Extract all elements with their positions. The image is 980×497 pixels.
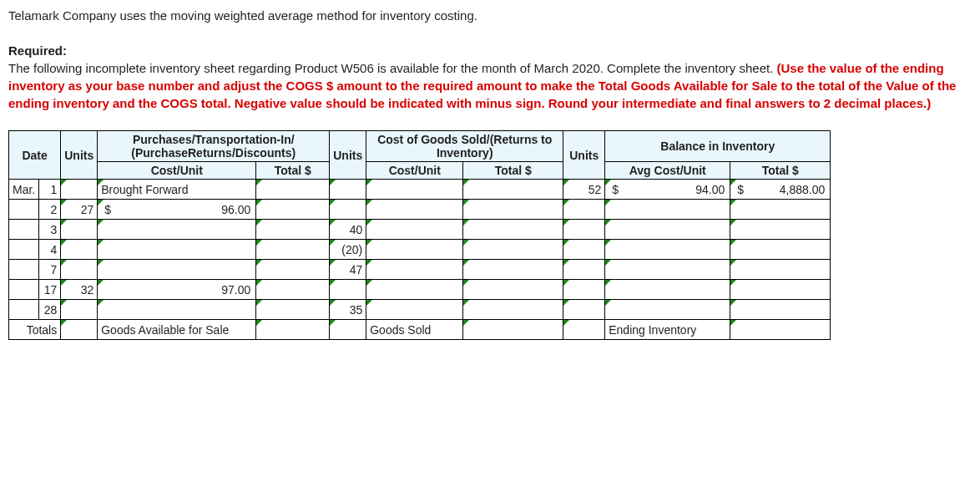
b-total-input[interactable]	[730, 280, 831, 300]
p-units-input[interactable]	[61, 220, 98, 240]
p-total-input[interactable]	[256, 300, 330, 320]
p-costunit-input[interactable]: Brought Forward	[98, 180, 256, 200]
c-units-input[interactable]: 47	[330, 260, 366, 280]
totals-label: Totals	[9, 320, 61, 340]
c-costunit-input[interactable]	[366, 300, 463, 320]
day-cell: 4	[39, 240, 61, 260]
day-cell: 17	[39, 280, 61, 300]
p-costunit-input[interactable]	[98, 260, 256, 280]
hdr-p-group: Purchases/Transportation-In/ (PurchaseRe…	[98, 131, 330, 162]
p-costunit-input[interactable]: 97.00	[98, 280, 256, 300]
c-units-input[interactable]	[330, 280, 366, 300]
c-costunit-input[interactable]	[366, 220, 463, 240]
b-total-input[interactable]	[730, 260, 831, 280]
b-total-input[interactable]	[730, 300, 831, 320]
b-costunit-input[interactable]	[605, 260, 730, 280]
c-total-label: Goods Sold	[366, 320, 463, 340]
p-total-input[interactable]	[256, 260, 330, 280]
p-units-input[interactable]: 27	[61, 200, 98, 220]
table-row: 340	[9, 220, 831, 240]
c-units-input[interactable]: (20)	[330, 240, 366, 260]
b-units-input[interactable]	[563, 280, 605, 300]
b-costunit-input[interactable]	[605, 200, 730, 220]
c-total-total[interactable]	[463, 320, 563, 340]
b-units-input[interactable]	[563, 240, 605, 260]
p-total-input[interactable]	[256, 220, 330, 240]
c-units-input[interactable]: 40	[330, 220, 366, 240]
p-total-total[interactable]	[256, 320, 330, 340]
table-row: 227$96.00	[9, 200, 831, 220]
month-cell	[9, 240, 39, 260]
b-costunit-input[interactable]: $94.00	[605, 180, 730, 200]
p-total-input[interactable]	[256, 280, 330, 300]
hdr-c-units: Units	[330, 131, 366, 180]
p-units-input[interactable]: 32	[61, 280, 98, 300]
b-total-input[interactable]: $4,888.00	[730, 180, 831, 200]
table-row: 4(20)	[9, 240, 831, 260]
p-total-input[interactable]	[256, 200, 330, 220]
table-row: 2835	[9, 300, 831, 320]
c-total-input[interactable]	[463, 260, 563, 280]
b-units-input[interactable]	[563, 260, 605, 280]
month-cell: Mar.	[9, 180, 39, 200]
p-total-label: Goods Available for Sale	[98, 320, 256, 340]
totals-row: TotalsGoods Available for SaleGoods Sold…	[9, 320, 831, 340]
month-cell	[9, 200, 39, 220]
c-total-input[interactable]	[463, 240, 563, 260]
c-costunit-input[interactable]	[366, 180, 463, 200]
b-units-total[interactable]	[563, 320, 605, 340]
b-costunit-input[interactable]	[605, 220, 730, 240]
b-costunit-input[interactable]	[605, 280, 730, 300]
p-units-input[interactable]	[61, 260, 98, 280]
c-total-input[interactable]	[463, 180, 563, 200]
b-costunit-input[interactable]	[605, 240, 730, 260]
p-total-input[interactable]	[256, 180, 330, 200]
b-total-input[interactable]	[730, 220, 831, 240]
c-total-input[interactable]	[463, 300, 563, 320]
hdr-p-tot: Total $	[256, 162, 330, 180]
b-total-label: Ending Inventory	[605, 320, 730, 340]
c-units-total[interactable]	[330, 320, 366, 340]
b-total-total[interactable]	[730, 320, 831, 340]
month-cell	[9, 300, 39, 320]
b-costunit-input[interactable]	[605, 300, 730, 320]
b-units-input[interactable]: 52	[563, 180, 605, 200]
c-costunit-input[interactable]	[366, 260, 463, 280]
p-units-input[interactable]	[61, 300, 98, 320]
p-total-input[interactable]	[256, 240, 330, 260]
p-costunit-input[interactable]	[98, 240, 256, 260]
c-total-input[interactable]	[463, 220, 563, 240]
c-total-input[interactable]	[463, 280, 563, 300]
table-row: 173297.00	[9, 280, 831, 300]
b-total-input[interactable]	[730, 200, 831, 220]
b-total-input[interactable]	[730, 240, 831, 260]
intro-text: Telamark Company uses the moving weighte…	[8, 7, 972, 112]
day-cell: 2	[39, 200, 61, 220]
c-costunit-input[interactable]	[366, 280, 463, 300]
c-costunit-input[interactable]	[366, 240, 463, 260]
p-costunit-input[interactable]: $96.00	[98, 200, 256, 220]
c-units-input[interactable]	[330, 200, 366, 220]
month-cell	[9, 260, 39, 280]
hdr-b-tot: Total $	[730, 162, 831, 180]
c-units-input[interactable]: 35	[330, 300, 366, 320]
c-costunit-input[interactable]	[366, 200, 463, 220]
c-units-input[interactable]	[330, 180, 366, 200]
month-cell	[9, 220, 39, 240]
hdr-date: Date	[9, 131, 61, 180]
p-units-input[interactable]	[61, 240, 98, 260]
p-costunit-input[interactable]	[98, 220, 256, 240]
b-units-input[interactable]	[563, 220, 605, 240]
b-units-input[interactable]	[563, 300, 605, 320]
hdr-b-units: Units	[563, 131, 605, 180]
intro-line1: Telamark Company uses the moving weighte…	[8, 7, 972, 24]
p-units-input[interactable]	[61, 180, 98, 200]
p-units-total[interactable]	[61, 320, 98, 340]
p-costunit-input[interactable]	[98, 300, 256, 320]
intro-line2a: The following incomplete inventory sheet…	[8, 61, 777, 75]
c-total-input[interactable]	[463, 200, 563, 220]
month-cell	[9, 280, 39, 300]
hdr-c-cu: Cost/Unit	[366, 162, 463, 180]
hdr-p-cu: Cost/Unit	[98, 162, 256, 180]
b-units-input[interactable]	[563, 200, 605, 220]
